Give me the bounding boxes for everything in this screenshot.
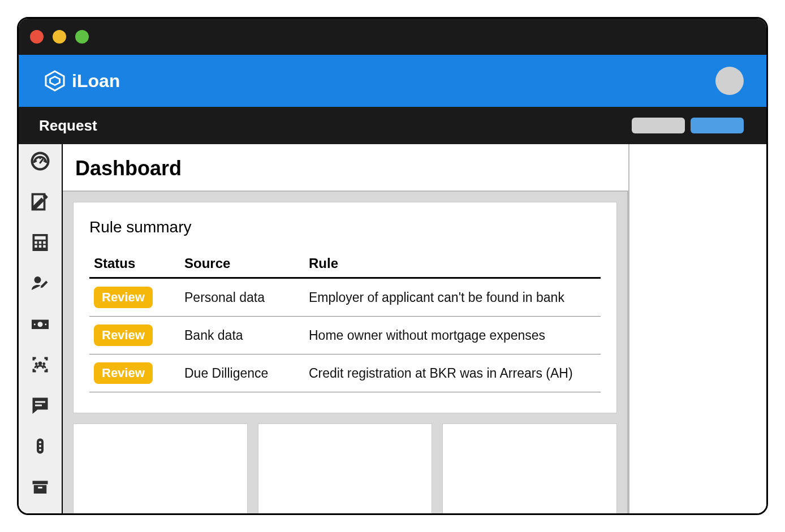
window-close-button[interactable] bbox=[30, 30, 44, 44]
rule-cell: Credit registration at BKR was in Arrear… bbox=[304, 354, 601, 392]
rule-cell: Home owner without mortgage expenses bbox=[304, 317, 601, 354]
brand-bar: iLoan bbox=[19, 55, 766, 107]
svg-rect-11 bbox=[34, 236, 46, 240]
window-titlebar bbox=[19, 19, 766, 55]
svg-rect-12 bbox=[34, 241, 37, 244]
svg-point-24 bbox=[35, 362, 38, 365]
svg-point-20 bbox=[38, 322, 43, 327]
subbar-actions bbox=[632, 118, 744, 133]
sidebar bbox=[19, 144, 63, 513]
svg-rect-16 bbox=[39, 245, 42, 248]
mini-card[interactable] bbox=[442, 423, 617, 514]
svg-point-18 bbox=[34, 276, 41, 283]
brand-name: iLoan bbox=[72, 71, 120, 92]
app-window: iLoan Request bbox=[17, 17, 768, 515]
svg-point-31 bbox=[39, 449, 41, 451]
content-area: Dashboard Rule summary Status Source Rul… bbox=[19, 144, 766, 513]
group-scan-icon[interactable] bbox=[29, 353, 51, 376]
svg-point-25 bbox=[42, 362, 45, 365]
svg-point-7 bbox=[44, 160, 46, 162]
subbar-button-primary[interactable] bbox=[691, 118, 744, 133]
source-cell: Personal data bbox=[180, 278, 304, 317]
svg-rect-15 bbox=[34, 245, 37, 248]
more-icon[interactable] bbox=[29, 435, 51, 457]
sub-bar: Request bbox=[19, 107, 766, 144]
brand-area[interactable]: iLoan bbox=[44, 70, 120, 92]
content-gray-zone: Rule summary Status Source Rule bbox=[63, 191, 628, 515]
rule-summary-table: Status Source Rule Review Personal data … bbox=[89, 251, 601, 392]
edit-icon[interactable] bbox=[29, 191, 51, 213]
table-row[interactable]: Review Personal data Employer of applica… bbox=[89, 278, 601, 317]
brand-logo-icon bbox=[44, 70, 66, 92]
col-header-rule: Rule bbox=[304, 251, 601, 278]
table-row[interactable]: Review Due Dilligence Credit registratio… bbox=[89, 354, 601, 392]
rule-summary-title: Rule summary bbox=[89, 218, 601, 236]
svg-rect-13 bbox=[39, 241, 42, 244]
svg-rect-26 bbox=[35, 401, 45, 403]
status-badge: Review bbox=[94, 362, 153, 384]
svg-point-30 bbox=[39, 445, 41, 447]
window-maximize-button[interactable] bbox=[75, 30, 89, 44]
svg-rect-33 bbox=[34, 485, 47, 494]
svg-point-21 bbox=[34, 323, 36, 325]
dashboard-icon[interactable] bbox=[29, 150, 51, 172]
breadcrumb-title: Request bbox=[39, 117, 97, 135]
mini-card[interactable] bbox=[258, 423, 433, 514]
money-icon[interactable] bbox=[29, 313, 51, 335]
svg-rect-17 bbox=[43, 245, 46, 248]
user-avatar[interactable] bbox=[715, 67, 744, 95]
svg-point-23 bbox=[38, 361, 42, 365]
rule-summary-card: Rule summary Status Source Rule bbox=[73, 202, 617, 413]
window-minimize-button[interactable] bbox=[53, 30, 66, 44]
svg-point-6 bbox=[39, 157, 41, 159]
status-badge: Review bbox=[94, 325, 153, 346]
chat-icon[interactable] bbox=[29, 394, 51, 417]
calculator-icon[interactable] bbox=[29, 231, 51, 254]
rule-cell: Employer of applicant can't be found in … bbox=[304, 278, 601, 317]
svg-rect-27 bbox=[35, 405, 42, 406]
table-row[interactable]: Review Bank data Home owner without mort… bbox=[89, 317, 601, 354]
svg-rect-32 bbox=[33, 481, 48, 485]
subbar-button-secondary[interactable] bbox=[632, 118, 685, 133]
source-cell: Bank data bbox=[180, 317, 304, 354]
col-header-source: Source bbox=[180, 251, 304, 278]
mini-card[interactable] bbox=[73, 423, 248, 514]
svg-point-22 bbox=[45, 323, 46, 325]
svg-rect-14 bbox=[43, 241, 46, 244]
page-title: Dashboard bbox=[63, 144, 628, 191]
svg-point-5 bbox=[35, 160, 37, 162]
archive-icon[interactable] bbox=[29, 475, 51, 498]
svg-point-29 bbox=[39, 441, 41, 443]
col-header-status: Status bbox=[89, 251, 180, 278]
user-edit-icon[interactable] bbox=[29, 272, 51, 295]
right-panel bbox=[628, 144, 766, 513]
source-cell: Due Dilligence bbox=[180, 354, 304, 392]
status-badge: Review bbox=[94, 287, 153, 308]
svg-rect-34 bbox=[38, 487, 42, 488]
main-panel: Dashboard Rule summary Status Source Rul… bbox=[63, 144, 766, 513]
mini-cards-row bbox=[73, 423, 617, 514]
